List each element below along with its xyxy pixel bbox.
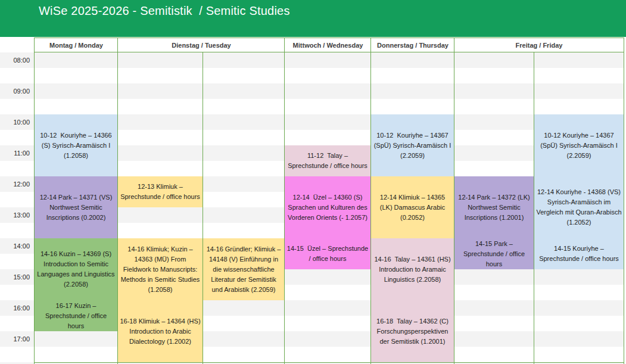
time-label: 17:00 [0, 331, 30, 347]
event-block: 16-18 Talay – 14362 (C) Forschungsperspe… [371, 300, 454, 362]
time-label: 12:00 [0, 176, 30, 192]
grid-line [624, 52, 624, 364]
event-block: 14-15 Üzel – Sprechstunde / office hours [285, 238, 370, 269]
day-header-thursday: Donnerstag / Thursday [370, 38, 454, 52]
event-block: 10-12 Kouriyhe – 14367 (SpÜ) Syrisch-Ara… [371, 114, 454, 176]
day-header-wednesday: Mittwoch / Wednesday [284, 38, 371, 52]
time-label: 09:00 [0, 83, 30, 99]
event-block: 11-12 Talay – Sprechstunde / office hour… [285, 145, 370, 176]
time-label: 14:00 [0, 238, 30, 254]
grid-line [203, 52, 203, 364]
event-block: 16-18 Klimiuk – 14364 (HS) Introduction … [118, 300, 203, 362]
time-label: 11:00 [0, 145, 30, 161]
event-block: 12-13 Klimiuk – Sprechstunde / office ho… [118, 176, 203, 207]
event-block: 10-12 Kouriyhe – 14367 (SpÜ) Syrisch-Ara… [534, 114, 624, 176]
event-block: 14-16 Klimiuk; Kuzin – 14363 (MÜ) From F… [118, 238, 203, 300]
grid-line [34, 362, 624, 363]
grid-line [370, 52, 371, 364]
event-block: 12-14 Park – 14372 (LK) Northwest Semiti… [454, 176, 534, 238]
grid-line [534, 52, 534, 364]
event-block: 12-14 Park – 14371 (VS) Northwest Semiti… [35, 176, 117, 238]
day-header-monday: Montag / Monday [34, 38, 118, 52]
event-block: 14-16 Gründler; Klimiuk – 14148 (V) Einf… [203, 238, 284, 300]
event-block: 12-14 Klimiuk – 14365 (LK) Damascus Arab… [371, 176, 454, 238]
event-block: 14-16 Talay – 14361 (HS) Introduction to… [371, 238, 454, 300]
time-label: 10:00 [0, 114, 30, 130]
time-label: 16:00 [0, 300, 30, 316]
grid-line [34, 52, 35, 364]
event-block: 14-15 Kouriyhe – Sprechstunde / office h… [534, 238, 624, 269]
time-label: 13:00 [0, 207, 30, 223]
event-block: 14-15 Park – Sprechstunde / office hours [454, 238, 534, 269]
grid-line [284, 52, 285, 364]
title-banner: WiSe 2025-2026 - Semitistik / Semitic St… [0, 0, 626, 37]
page-title: WiSe 2025-2026 - Semitistik / Semitic St… [39, 4, 290, 18]
time-label: 15:00 [0, 269, 30, 285]
event-block: 10-12 Kouriyhe – 14366 (S) Syrisch-Aramä… [35, 114, 117, 176]
event-block: 12-14 Kouriyhe - 14368 (VS) Syrisch-Aram… [534, 176, 624, 238]
event-block: 12-14 Üzel – 14360 (S) Sprachen und Kult… [285, 176, 370, 238]
grid-line [117, 52, 118, 364]
time-label: 08:00 [0, 52, 30, 68]
day-header-friday: Freitag / Friday [454, 38, 624, 52]
day-header-tuesday: Dienstag / Tuesday [117, 38, 285, 52]
event-block: 14-16 Kuzin – 14369 (S) Introduction to … [35, 238, 117, 300]
grid-line [454, 52, 454, 364]
event-block: 16-17 Kuzin – Sprechstunde / office hour… [35, 300, 117, 331]
